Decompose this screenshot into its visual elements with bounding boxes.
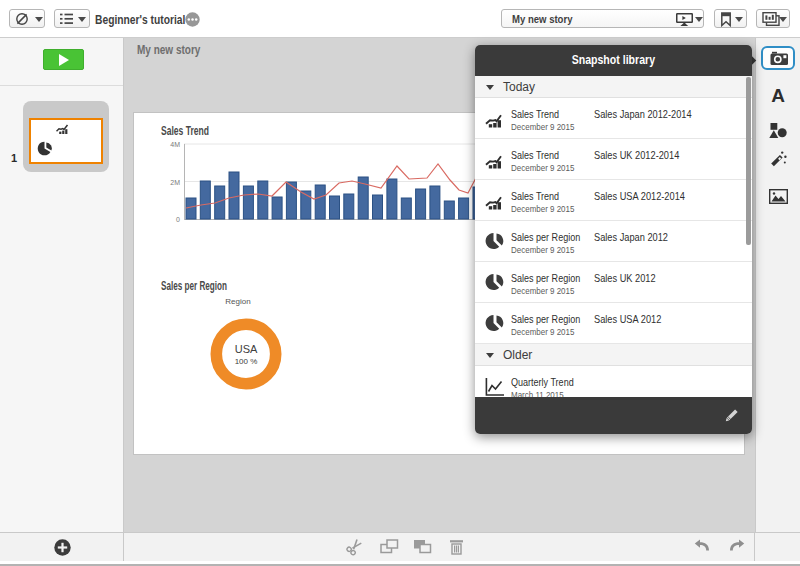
svg-text:Sales Trend: Sales Trend [161,124,209,138]
svg-text:0: 0 [176,216,180,223]
svg-text:Region: Region [225,297,250,306]
svg-text:2M: 2M [170,179,180,186]
svg-text:Sales per Region: Sales per Region [161,279,227,293]
svg-text:USA: USA [235,343,258,355]
svg-text:4M: 4M [170,141,180,148]
svg-text:100 %: 100 % [235,357,258,366]
